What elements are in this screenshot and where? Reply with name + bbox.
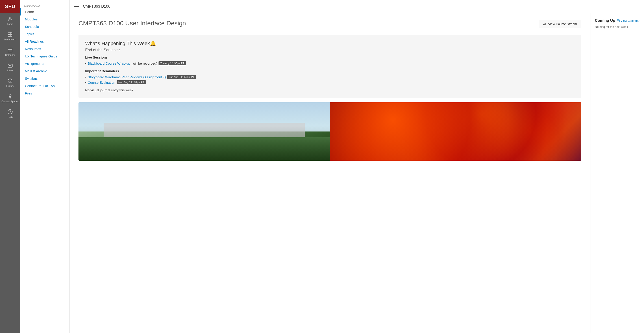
nav-topics[interactable]: Topics (20, 30, 69, 38)
reminder-badge-1: Mon Aug 8 11:59pm PT (116, 80, 146, 84)
svg-point-11 (10, 97, 10, 98)
nav-all-readings[interactable]: All Readings (20, 38, 69, 45)
sidebar-item-dashboard[interactable]: Dashboard (0, 29, 20, 44)
reminder-link-0[interactable]: Storyboard Wireframe Peer Reviews (Assig… (88, 75, 166, 79)
top-bar-title: CMPT363 D100 (83, 4, 110, 9)
svg-rect-1 (8, 32, 10, 34)
nav-contact[interactable]: Contact Paul or TAs (20, 82, 69, 90)
right-sidebar: Coming Up View Calendar Nothing for the … (590, 13, 644, 333)
nav-resources[interactable]: Resources (20, 45, 69, 53)
svg-rect-17 (617, 20, 619, 22)
coming-up-header: Coming Up View Calendar (595, 19, 640, 23)
live-session-extra-0: (will be recorded) (132, 62, 157, 65)
nothing-next-week: Nothing for the next week (595, 25, 640, 29)
reminder-item-0: Storyboard Wireframe Peer Reviews (Assig… (85, 74, 574, 80)
top-bar: CMPT363 D100 (70, 0, 644, 13)
live-session-badge-0: Tue Aug 2 2:30pm PT (158, 61, 186, 65)
no-entry-text: No visual journal entry this week. (85, 88, 574, 92)
nav-assignments[interactable]: Assignments (20, 60, 69, 67)
semester-label: Summer 2022 (20, 3, 69, 8)
view-course-stream-label: View Course Stream (548, 22, 577, 26)
live-sessions-list: Blackboard Course Wrap-up (will be recor… (85, 61, 574, 66)
icon-sidebar: SFU Login Dashboard Calendar Inbox Histo… (0, 0, 20, 333)
sfu-logo: SFU (0, 0, 20, 13)
sidebar-label-help: Help (8, 116, 13, 118)
svg-point-0 (9, 17, 11, 19)
svg-rect-4 (10, 35, 12, 36)
nav-maillist-archive[interactable]: Maillist Archive (20, 67, 69, 75)
live-session-link-0[interactable]: Blackboard Course Wrap-up (88, 62, 130, 65)
live-session-item-0: Blackboard Course Wrap-up (will be recor… (85, 61, 574, 66)
sidebar-item-canvas-spaces[interactable]: Canvas Spaces (0, 90, 20, 106)
nav-schedule[interactable]: Schedule (20, 23, 69, 30)
view-course-stream-button[interactable]: View Course Stream (538, 20, 581, 28)
view-calendar-label: View Calendar (621, 19, 640, 23)
svg-rect-14 (543, 24, 544, 25)
main-area: CMPT363 D100 CMPT363 D100 User Interface… (70, 0, 644, 333)
view-calendar-link[interactable]: View Calendar (617, 19, 640, 23)
sidebar-label-canvas-spaces: Canvas Spaces (1, 100, 18, 103)
svg-rect-15 (544, 24, 545, 25)
course-sidebar: Summer 2022 Home Modules Schedule Topics… (20, 0, 70, 333)
image-left (78, 102, 330, 161)
nav-ux-techniques-guide[interactable]: UX Techniques Guide (20, 53, 69, 60)
sidebar-item-history[interactable]: History (0, 75, 20, 90)
nav-home[interactable]: Home (20, 8, 69, 16)
sidebar-label-login: Login (7, 23, 13, 25)
sidebar-label-dashboard: Dashboard (4, 38, 16, 41)
week-heading: What's Happening This Week🔔 (85, 41, 574, 47)
sidebar-label-calendar: Calendar (5, 54, 15, 56)
nav-syllabus[interactable]: Syllabus (20, 75, 69, 82)
hamburger-menu[interactable] (74, 5, 79, 8)
week-subheading: End of the Semester (85, 48, 574, 52)
course-image (78, 102, 581, 161)
page-title: CMPT363 D100 User Interface Design (78, 20, 186, 30)
main-content: CMPT363 D100 User Interface Design View … (70, 13, 590, 333)
image-right (330, 102, 581, 161)
svg-rect-3 (8, 35, 10, 36)
nav-files[interactable]: Files (20, 90, 69, 97)
svg-rect-16 (545, 23, 546, 25)
reminder-badge-0: Tue Aug 2 11:59pm PT (167, 75, 196, 79)
nav-modules[interactable]: Modules (20, 16, 69, 23)
coming-up-title: Coming Up (595, 19, 615, 23)
week-box: What's Happening This Week🔔 End of the S… (78, 35, 581, 98)
sidebar-item-calendar[interactable]: Calendar (0, 44, 20, 60)
svg-rect-2 (10, 32, 12, 34)
sidebar-item-login[interactable]: Login (0, 13, 20, 29)
reminder-link-1[interactable]: Course Evaluation (88, 81, 115, 84)
sidebar-label-history: History (6, 85, 14, 87)
sidebar-label-inbox: Inbox (7, 69, 13, 72)
important-reminders-label: Important Reminders (85, 69, 574, 73)
live-sessions-label: Live Sessions (85, 56, 574, 59)
content-area: CMPT363 D100 User Interface Design View … (70, 13, 644, 333)
sidebar-item-inbox[interactable]: Inbox (0, 60, 20, 75)
reminder-item-1: Course Evaluation Mon Aug 8 11:59pm PT (85, 80, 574, 85)
sidebar-item-help[interactable]: Help (0, 106, 20, 121)
reminders-list: Storyboard Wireframe Peer Reviews (Assig… (85, 74, 574, 85)
svg-rect-5 (8, 48, 12, 52)
